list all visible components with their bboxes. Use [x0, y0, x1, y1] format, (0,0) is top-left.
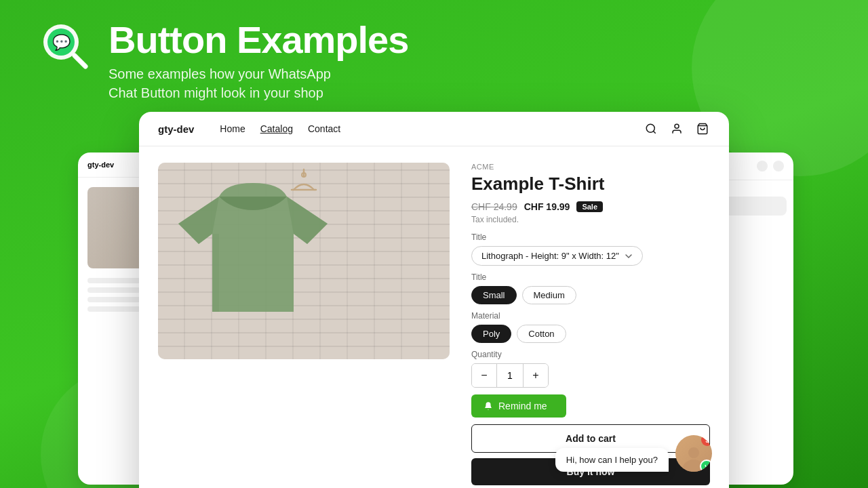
whatsapp-badge [700, 460, 712, 472]
dropdown-chevron-icon [625, 252, 633, 260]
size-label: Title [471, 272, 710, 282]
bg-right-icon-1 [757, 161, 768, 171]
nav-link-catalog[interactable]: Catalog [260, 123, 293, 134]
svg-point-6 [675, 124, 679, 128]
search-icon[interactable] [644, 121, 658, 136]
nav-link-home[interactable]: Home [220, 123, 245, 134]
bg-right-icon-2 [773, 161, 784, 171]
cart-icon[interactable] [695, 121, 710, 136]
bell-icon [484, 401, 493, 411]
title-dropdown[interactable]: Lithograph - Height: 9" x Width: 12" [471, 246, 643, 266]
bg-left-line-4 [87, 306, 144, 312]
page-title: Button Examples [108, 20, 408, 60]
svg-text:💬: 💬 [52, 33, 71, 52]
nav-links: Home Catalog Contact [220, 123, 625, 134]
account-icon[interactable] [669, 121, 684, 136]
price-new: CHF 19.99 [524, 201, 570, 212]
header-text: Button Examples Some examples how your W… [108, 20, 408, 102]
sale-badge: Sale [576, 201, 603, 212]
chat-message: Hi, how can I help you? [555, 448, 669, 472]
material-label: Material [471, 311, 710, 321]
svg-point-4 [646, 124, 654, 132]
size-options: Small Medium [471, 286, 710, 304]
product-brand: ACME [471, 163, 710, 171]
size-btn-small[interactable]: Small [471, 286, 517, 304]
price-old: CHF 24.99 [471, 201, 517, 212]
navbar: gty-dev Home Catalog Contact [139, 112, 729, 146]
quantity-value: 1 [496, 364, 524, 387]
nav-link-contact[interactable]: Contact [308, 123, 340, 134]
product-title: Example T-Shirt [471, 174, 710, 195]
header-icon: 💬 [41, 22, 90, 70]
quantity-control: − 1 + [471, 363, 549, 388]
svg-line-3 [75, 56, 85, 66]
quantity-label: Quantity [471, 350, 710, 359]
chat-avatar[interactable]: 5 [675, 435, 712, 472]
page-subtitle: Some examples how your WhatsApp Chat But… [108, 64, 408, 102]
size-btn-medium[interactable]: Medium [522, 286, 576, 304]
svg-line-5 [653, 131, 655, 133]
quantity-increase-btn[interactable]: + [524, 364, 548, 387]
main-card: gty-dev Home Catalog Contact [139, 112, 729, 488]
chat-notif-count: 5 [701, 435, 712, 446]
material-btn-cotton[interactable]: Cotton [517, 325, 566, 343]
nav-icons [644, 121, 710, 136]
material-btn-poly[interactable]: Poly [471, 325, 511, 343]
quantity-decrease-btn[interactable]: − [472, 364, 496, 387]
svg-point-18 [688, 447, 699, 458]
remind-me-btn[interactable]: Remind me [471, 394, 566, 418]
title-option-label: Title [471, 232, 710, 242]
nav-logo: gty-dev [158, 123, 194, 135]
material-options: Poly Cotton [471, 325, 710, 343]
price-row: CHF 24.99 CHF 19.99 Sale [471, 201, 710, 212]
tax-info: Tax included. [471, 215, 710, 224]
tshirt-image [158, 176, 348, 332]
product-image-container [158, 163, 450, 359]
whatsapp-chat-bubble[interactable]: Hi, how can I help you? 5 [555, 435, 712, 472]
header: 💬 Button Examples Some examples how your… [0, 0, 868, 116]
